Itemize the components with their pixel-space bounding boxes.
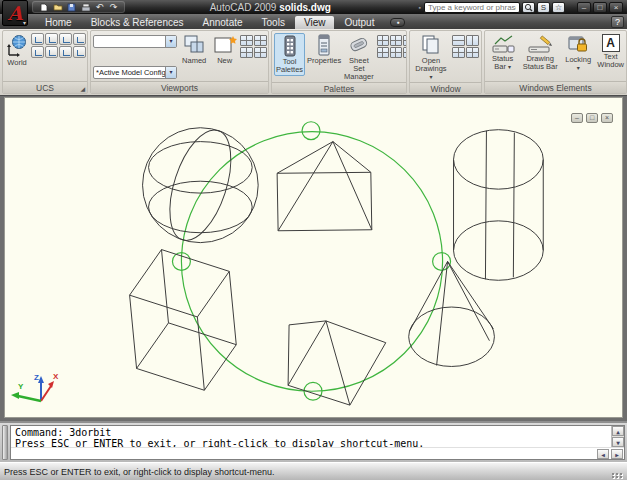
search-input[interactable] — [424, 2, 520, 13]
arrange-icons-icon[interactable] — [466, 47, 479, 58]
scroll-right-icon[interactable]: ▶ — [611, 449, 623, 459]
scroll-left-icon[interactable]: ◀ — [597, 449, 609, 459]
command-history[interactable]: Command: 3dorbit Press ESC or ENTER to e… — [11, 426, 624, 447]
panel-label-ucs[interactable]: UCS ◢ — [3, 81, 87, 93]
ucs-named-icon[interactable] — [73, 46, 86, 58]
resize-grip-icon[interactable] — [612, 473, 623, 478]
model-space — [5, 98, 622, 417]
status-bar: Press ESC or ENTER to exit, or right-cli… — [0, 462, 627, 480]
scroll-down-icon[interactable]: ▼ — [612, 437, 624, 447]
tab-annotate[interactable]: Annotate — [194, 16, 252, 29]
tile-horizontally-icon[interactable] — [452, 35, 465, 46]
drawing-minimize-icon[interactable]: – — [571, 113, 583, 123]
window-arrange-grid — [452, 35, 479, 58]
combo-caret-icon[interactable]: ▾ — [165, 36, 176, 47]
scroll-up-icon[interactable]: ▲ — [612, 426, 624, 436]
viewport-four-icon[interactable] — [254, 47, 267, 58]
cylinder-wireframe[interactable] — [454, 130, 544, 281]
panel-windows-elements: Status Bar ▾ Drawing Status Bar Locking … — [484, 30, 627, 94]
panel-label-palettes[interactable]: Palettes — [272, 82, 406, 94]
tool-palettes-icon — [282, 35, 298, 57]
command-window-grip[interactable] — [2, 425, 8, 460]
new-viewport-icon — [213, 34, 237, 56]
tile-vertically-icon[interactable] — [466, 35, 479, 46]
command-horizontal-scrollbar: ◀ ▶ — [597, 449, 623, 459]
sheet-set-manager-icon — [347, 34, 371, 56]
tab-blocks-references[interactable]: Blocks & References — [82, 16, 193, 29]
drawing-canvas[interactable]: – □ × Z X Y — [4, 97, 623, 418]
cone-wireframe[interactable] — [409, 261, 495, 366]
designcenter-icon[interactable] — [403, 35, 407, 46]
help-icon[interactable]: ? — [611, 16, 624, 28]
named-viewports-button[interactable]: Named — [179, 33, 209, 66]
minimize-button[interactable]: – — [577, 2, 591, 13]
title-separator-icon: ▪ — [419, 4, 421, 11]
tab-tools[interactable]: Tools — [253, 16, 294, 29]
command-input[interactable]: ◀ ▶ — [11, 447, 624, 459]
panel-label-window[interactable]: Window — [410, 82, 481, 94]
status-bar-button[interactable]: Status Bar ▾ — [487, 33, 518, 72]
ucs-origin-icon[interactable] — [31, 46, 44, 58]
tab-output[interactable]: Output — [335, 16, 383, 29]
favorites-button[interactable]: ☆ — [552, 2, 565, 13]
drawing-close-icon[interactable]: × — [601, 113, 613, 123]
new-file-icon[interactable] — [38, 3, 49, 12]
calculator-icon[interactable] — [403, 47, 407, 58]
close-button[interactable]: × — [609, 2, 623, 13]
viewport-combo-top[interactable]: ▾ — [93, 35, 177, 48]
pyramid-wireframe[interactable] — [277, 142, 372, 231]
properties-button[interactable]: Properties — [307, 33, 341, 66]
record-icon[interactable]: ● — [390, 18, 405, 27]
cascade-icon[interactable] — [452, 47, 465, 58]
communication-center-button[interactable]: S — [537, 2, 550, 13]
status-message: Press ESC or ENTER to exit, or right-cli… — [4, 467, 275, 477]
viewport-join-icon[interactable] — [254, 35, 267, 46]
axis-z-label: Z — [34, 373, 39, 382]
ucs-face-icon[interactable] — [45, 33, 58, 45]
ucs-zaxis-icon[interactable] — [45, 46, 58, 58]
visual-styles-icon[interactable] — [390, 47, 402, 58]
panel-label-viewports[interactable]: Viewports — [91, 81, 268, 93]
viewport-single-icon[interactable] — [240, 35, 253, 46]
locking-button[interactable]: Locking ▾ — [562, 33, 594, 73]
panel-label-windows-elements[interactable]: Windows Elements — [485, 81, 626, 93]
markup-icon[interactable] — [377, 47, 389, 58]
open-file-icon[interactable] — [52, 3, 63, 12]
sheet-set-manager-button[interactable]: Sheet Set Manager — [343, 33, 375, 82]
info-palette-icon[interactable] — [390, 35, 402, 46]
drawing-restore-icon[interactable]: □ — [586, 113, 598, 123]
tab-view[interactable]: View — [295, 16, 335, 29]
panel-palettes: Tool Palettes Properties Sheet Set Manag… — [271, 30, 407, 94]
viewport-two-icon[interactable] — [240, 47, 253, 58]
autocad-window: A ▾ ↶ ↷ AutoCAD 2009 solids.dwg ▪ S ☆ – … — [0, 0, 627, 480]
ucs-world-button[interactable]: World — [5, 33, 29, 68]
sphere-wireframe[interactable] — [143, 123, 259, 248]
ucs-previous-icon[interactable] — [31, 33, 44, 45]
plot-icon[interactable] — [80, 3, 91, 12]
restore-button[interactable]: □ — [593, 2, 607, 13]
window-title: AutoCAD 2009 solids.dwg — [125, 2, 416, 13]
autocad-logo-icon: A — [8, 2, 23, 24]
app-menu-button[interactable]: A ▾ — [2, 0, 28, 26]
ucs-object-icon[interactable] — [59, 33, 72, 45]
new-viewport-button[interactable]: New — [211, 33, 238, 66]
orbit-arcball[interactable] — [172, 122, 450, 400]
wedge-wireframe[interactable] — [288, 321, 386, 405]
combo-caret-icon[interactable]: ▾ — [165, 67, 176, 78]
undo-icon[interactable]: ↶ — [94, 3, 105, 12]
command-history-line: Press ESC or ENTER to exit, or right-cli… — [15, 438, 608, 447]
text-window-button[interactable]: A Text Window — [596, 33, 625, 70]
redo-icon[interactable]: ↷ — [108, 3, 119, 12]
tab-home[interactable]: Home — [36, 16, 81, 29]
search-button[interactable] — [522, 2, 535, 13]
save-icon[interactable] — [66, 3, 77, 12]
dashboard-icon[interactable] — [377, 35, 389, 46]
ucs-view-icon[interactable] — [73, 33, 86, 45]
panel-launcher-icon[interactable]: ◢ — [80, 86, 85, 92]
drawing-status-bar-button[interactable]: Drawing Status Bar — [520, 33, 560, 72]
viewport-config-combo[interactable]: *Active Model Configu ▾ — [93, 66, 177, 79]
open-drawings-button[interactable]: Open Drawings ▾ — [412, 33, 450, 82]
ucs-3point-icon[interactable] — [59, 46, 72, 58]
tool-palettes-button[interactable]: Tool Palettes — [274, 33, 305, 76]
panel-viewports: ▾ *Active Model Configu ▾ Named — [90, 30, 269, 94]
